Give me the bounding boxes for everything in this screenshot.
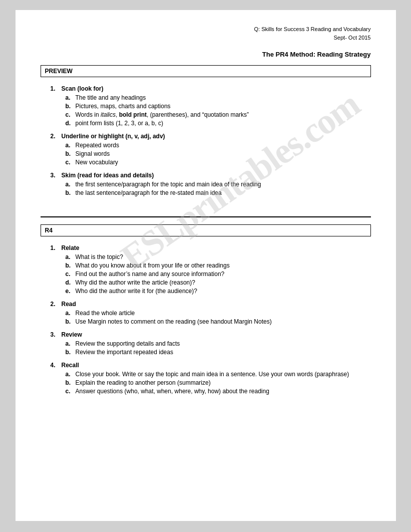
list-item: 3. Review a.Review the supporting detail…	[41, 331, 371, 356]
page: ESLprintables.com Q: Skills for Success …	[16, 10, 396, 521]
sub-list: a.the first sentence/paragraph for the t…	[66, 181, 371, 196]
list-item: d.Why did the author write the article (…	[66, 279, 371, 286]
list-item: c.Find out the author’s name and any sou…	[66, 271, 371, 278]
item-number: 3.	[51, 331, 60, 338]
item-number: 2.	[51, 133, 60, 140]
sub-list: a.Repeated words b.Signal words c.New vo…	[66, 142, 371, 166]
item-label: Recall	[62, 362, 79, 369]
item-number: 4.	[51, 362, 60, 369]
list-item: b.What do you know about it from your li…	[66, 262, 371, 269]
list-item: e.Who did the author write it for (the a…	[66, 288, 371, 295]
item-label: Review	[62, 331, 82, 338]
list-item: 4. Recall a.Close your book. Write or sa…	[41, 362, 371, 395]
preview-section-label: PREVIEW	[41, 65, 371, 77]
list-item: b.the last sentence/paragraph for the re…	[66, 189, 371, 196]
list-item: a.Close your book. Write or say the topi…	[66, 371, 371, 378]
list-item: b.Pictures, maps, charts and captions	[66, 103, 371, 110]
list-item: a.Review the supporting details and fact…	[66, 340, 371, 347]
item-number: 3.	[51, 172, 60, 179]
list-item: 1. Relate a.What is the topic? b.What do…	[41, 244, 371, 295]
list-item: c.Words in italics, bold print, (parenth…	[66, 111, 371, 118]
list-item: a.Read the whole article	[66, 310, 371, 317]
sub-list: a.Review the supporting details and fact…	[66, 340, 371, 356]
sub-list: a.What is the topic? b.What do you know …	[66, 253, 371, 295]
list-item: b.Use Margin notes to comment on the rea…	[66, 318, 371, 325]
list-item: c.Answer questions (who, what, when, whe…	[66, 388, 371, 395]
list-item: b.Review the important repeated ideas	[66, 349, 371, 356]
list-item: c.New vocabulary	[66, 159, 371, 166]
item-number: 1.	[51, 244, 60, 251]
item-label: Read	[62, 301, 76, 308]
r4-content: 1. Relate a.What is the topic? b.What do…	[41, 241, 371, 406]
sub-list: a.Close your book. Write or say the topi…	[66, 371, 371, 395]
sub-list: a.Read the whole article b.Use Margin no…	[66, 310, 371, 325]
list-item: a.Repeated words	[66, 142, 371, 149]
header-info: Q: Skills for Success 3 Reading and Voca…	[41, 25, 371, 42]
item-label: Skim (read for ideas and details)	[62, 172, 154, 179]
r4-section-label: R4	[41, 224, 371, 236]
item-label: Scan (look for)	[62, 85, 104, 92]
preview-list: 1. Scan (look for) a.The title and any h…	[41, 85, 371, 196]
list-item: 1. Scan (look for) a.The title and any h…	[41, 85, 371, 127]
section-divider	[41, 216, 371, 217]
list-item: a.What is the topic?	[66, 253, 371, 260]
item-label: Relate	[62, 244, 80, 251]
item-number: 2.	[51, 301, 60, 308]
sub-list: a.The title and any headings b.Pictures,…	[66, 94, 371, 127]
date-label: Sept- Oct 2015	[41, 34, 371, 42]
list-item: 2. Read a.Read the whole article b.Use M…	[41, 301, 371, 325]
list-item: b.Signal words	[66, 150, 371, 157]
list-item: b.Explain the reading to another person …	[66, 379, 371, 386]
list-item: 2. Underline or highlight (n, v, adj, ad…	[41, 133, 371, 166]
list-item: 3. Skim (read for ideas and details) a.t…	[41, 172, 371, 196]
page-title: The PR4 Method: Reading Strategy	[41, 51, 371, 58]
list-item: a.the first sentence/paragraph for the t…	[66, 181, 371, 188]
r4-list: 1. Relate a.What is the topic? b.What do…	[41, 244, 371, 395]
item-label: Underline or highlight (n, v, adj, adv)	[62, 133, 165, 140]
list-item: d.point form lists (1, 2, 3, or a, b, c)	[66, 120, 371, 127]
item-number: 1.	[51, 85, 60, 92]
preview-content: 1. Scan (look for) a.The title and any h…	[41, 82, 371, 207]
course-label: Q: Skills for Success 3 Reading and Voca…	[41, 25, 371, 34]
list-item: a.The title and any headings	[66, 94, 371, 101]
new-vocabulary-label: New vocabulary	[76, 159, 118, 166]
